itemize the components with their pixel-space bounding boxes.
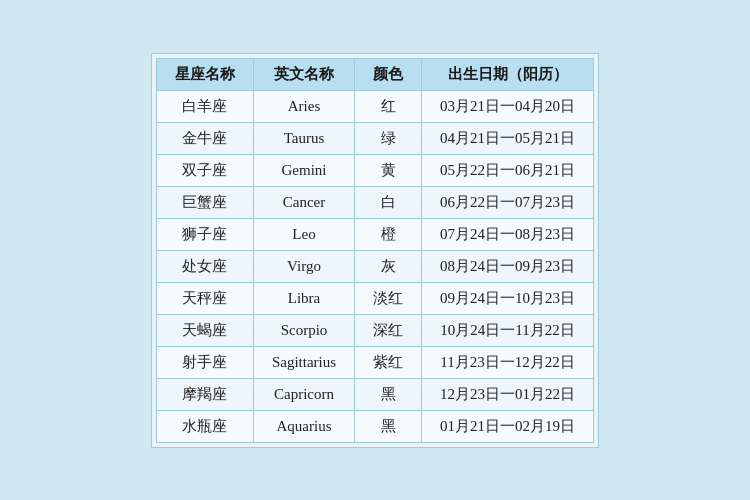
- cell-english-name: Capricorn: [253, 378, 354, 410]
- table-row: 处女座Virgo灰08月24日一09月23日: [156, 250, 593, 282]
- cell-color: 紫红: [355, 346, 422, 378]
- table-row: 狮子座Leo橙07月24日一08月23日: [156, 218, 593, 250]
- zodiac-table: 星座名称 英文名称 颜色 出生日期（阳历） 白羊座Aries红03月21日一04…: [156, 58, 594, 443]
- cell-color: 白: [355, 186, 422, 218]
- cell-chinese-name: 射手座: [156, 346, 253, 378]
- table-row: 金牛座Taurus绿04月21日一05月21日: [156, 122, 593, 154]
- cell-dates: 05月22日一06月21日: [422, 154, 594, 186]
- cell-dates: 12月23日一01月22日: [422, 378, 594, 410]
- table-row: 水瓶座Aquarius黑01月21日一02月19日: [156, 410, 593, 442]
- cell-chinese-name: 白羊座: [156, 90, 253, 122]
- cell-dates: 01月21日一02月19日: [422, 410, 594, 442]
- cell-color: 绿: [355, 122, 422, 154]
- header-english-name: 英文名称: [253, 58, 354, 90]
- table-row: 天秤座Libra淡红09月24日一10月23日: [156, 282, 593, 314]
- cell-chinese-name: 金牛座: [156, 122, 253, 154]
- header-dates: 出生日期（阳历）: [422, 58, 594, 90]
- cell-chinese-name: 巨蟹座: [156, 186, 253, 218]
- table-row: 天蝎座Scorpio深红10月24日一11月22日: [156, 314, 593, 346]
- table-row: 摩羯座Capricorn黑12月23日一01月22日: [156, 378, 593, 410]
- cell-chinese-name: 天秤座: [156, 282, 253, 314]
- table-row: 射手座Sagittarius紫红11月23日一12月22日: [156, 346, 593, 378]
- cell-english-name: Scorpio: [253, 314, 354, 346]
- cell-english-name: Cancer: [253, 186, 354, 218]
- table-header-row: 星座名称 英文名称 颜色 出生日期（阳历）: [156, 58, 593, 90]
- cell-english-name: Taurus: [253, 122, 354, 154]
- cell-chinese-name: 处女座: [156, 250, 253, 282]
- cell-english-name: Aries: [253, 90, 354, 122]
- table-row: 双子座Gemini黄05月22日一06月21日: [156, 154, 593, 186]
- cell-color: 深红: [355, 314, 422, 346]
- zodiac-table-container: 星座名称 英文名称 颜色 出生日期（阳历） 白羊座Aries红03月21日一04…: [151, 53, 599, 448]
- header-chinese-name: 星座名称: [156, 58, 253, 90]
- cell-chinese-name: 狮子座: [156, 218, 253, 250]
- cell-english-name: Gemini: [253, 154, 354, 186]
- cell-color: 黄: [355, 154, 422, 186]
- cell-dates: 10月24日一11月22日: [422, 314, 594, 346]
- header-color: 颜色: [355, 58, 422, 90]
- table-row: 白羊座Aries红03月21日一04月20日: [156, 90, 593, 122]
- cell-dates: 03月21日一04月20日: [422, 90, 594, 122]
- cell-color: 红: [355, 90, 422, 122]
- cell-chinese-name: 水瓶座: [156, 410, 253, 442]
- table-row: 巨蟹座Cancer白06月22日一07月23日: [156, 186, 593, 218]
- cell-chinese-name: 双子座: [156, 154, 253, 186]
- cell-english-name: Aquarius: [253, 410, 354, 442]
- cell-dates: 04月21日一05月21日: [422, 122, 594, 154]
- cell-color: 淡红: [355, 282, 422, 314]
- cell-english-name: Libra: [253, 282, 354, 314]
- cell-color: 黑: [355, 378, 422, 410]
- cell-english-name: Leo: [253, 218, 354, 250]
- cell-chinese-name: 摩羯座: [156, 378, 253, 410]
- cell-english-name: Virgo: [253, 250, 354, 282]
- cell-dates: 06月22日一07月23日: [422, 186, 594, 218]
- cell-color: 橙: [355, 218, 422, 250]
- cell-color: 灰: [355, 250, 422, 282]
- cell-dates: 11月23日一12月22日: [422, 346, 594, 378]
- cell-color: 黑: [355, 410, 422, 442]
- cell-dates: 08月24日一09月23日: [422, 250, 594, 282]
- cell-dates: 09月24日一10月23日: [422, 282, 594, 314]
- cell-chinese-name: 天蝎座: [156, 314, 253, 346]
- cell-dates: 07月24日一08月23日: [422, 218, 594, 250]
- cell-english-name: Sagittarius: [253, 346, 354, 378]
